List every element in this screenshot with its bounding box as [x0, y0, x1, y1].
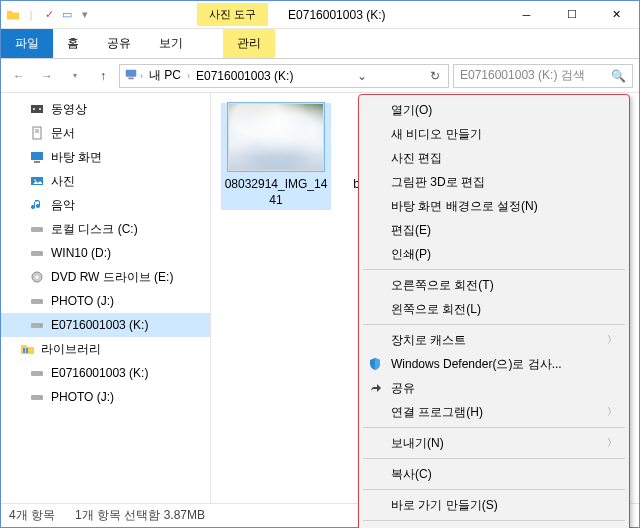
tree-item-label: E0716001003 (K:)	[51, 366, 148, 380]
doc-icon	[29, 125, 45, 141]
menu-item[interactable]: 보내기(N)〉	[361, 431, 627, 455]
menu-item[interactable]: 새 비디오 만들기	[361, 122, 627, 146]
window-title: E0716001003 (K:)	[288, 8, 385, 22]
menu-item[interactable]: 오른쪽으로 회전(T)	[361, 273, 627, 297]
maximize-button[interactable]: ☐	[549, 1, 594, 29]
address-bar: ← → ▾ ↑ › 내 PC › E0716001003 (K:) ⌄ ↻ E0…	[1, 59, 639, 93]
tab-view[interactable]: 보기	[145, 29, 197, 58]
menu-item-label: Windows Defender(으)로 검사...	[391, 356, 562, 373]
tree-item[interactable]: DVD RW 드라이브 (E:)	[1, 265, 210, 289]
menu-item[interactable]: 왼쪽으로 회전(L)	[361, 297, 627, 321]
refresh-icon[interactable]: ↻	[426, 69, 444, 83]
tree-item[interactable]: 문서	[1, 121, 210, 145]
menu-item[interactable]: 복사(C)	[361, 462, 627, 486]
tree-item[interactable]: PHOTO (J:)	[1, 385, 210, 409]
path-dropdown-icon[interactable]: ⌄	[353, 69, 371, 83]
svg-point-21	[40, 325, 42, 327]
search-icon[interactable]: 🔍	[611, 69, 626, 83]
chevron-right-icon: 〉	[607, 333, 617, 347]
tree-item-label: E0716001003 (K:)	[51, 318, 148, 332]
search-input[interactable]: E0716001003 (K:) 검색 🔍	[453, 64, 633, 88]
menu-item[interactable]: 편집(E)	[361, 218, 627, 242]
svg-point-3	[33, 108, 35, 110]
menu-item[interactable]: 열기(O)	[361, 98, 627, 122]
svg-point-27	[40, 397, 42, 399]
menu-item[interactable]: 바로 가기 만들기(S)	[361, 493, 627, 517]
shield-icon	[367, 356, 383, 372]
tree-item[interactable]: 동영상	[1, 97, 210, 121]
context-menu[interactable]: 열기(O)새 비디오 만들기사진 편집그림판 3D로 편집바탕 화면 배경으로 …	[358, 94, 630, 528]
minimize-button[interactable]: ─	[504, 1, 549, 29]
menu-item[interactable]: 장치로 캐스트〉	[361, 328, 627, 352]
drive-icon	[29, 389, 45, 405]
menu-item-label: 공유	[391, 380, 415, 397]
menu-item[interactable]: 인쇄(P)	[361, 242, 627, 266]
svg-rect-9	[34, 161, 40, 163]
menu-separator	[363, 324, 625, 325]
tree-item[interactable]: WIN10 (D:)	[1, 241, 210, 265]
tree-item[interactable]: 바탕 화면	[1, 145, 210, 169]
qat-dropdown-icon[interactable]: ▾	[77, 7, 93, 23]
tree-item[interactable]: 로컬 디스크 (C:)	[1, 217, 210, 241]
chevron-right-icon: 〉	[607, 436, 617, 450]
nav-forward-button[interactable]: →	[35, 64, 59, 88]
menu-item-label: 복사(C)	[391, 466, 432, 483]
menu-item-label: 장치로 캐스트	[391, 332, 466, 349]
menu-item[interactable]: Windows Defender(으)로 검사...	[361, 352, 627, 376]
svg-rect-2	[31, 105, 43, 113]
tab-file[interactable]: 파일	[1, 29, 53, 58]
menu-item[interactable]: 공유	[361, 376, 627, 400]
tab-share[interactable]: 공유	[93, 29, 145, 58]
dvd-icon	[29, 269, 45, 285]
drive-icon	[29, 317, 45, 333]
menu-item[interactable]: 사진 편집	[361, 146, 627, 170]
tab-home[interactable]: 홈	[53, 29, 93, 58]
menu-item[interactable]: 연결 프로그램(H)〉	[361, 400, 627, 424]
tree-item[interactable]: 음악	[1, 193, 210, 217]
video-icon	[29, 101, 45, 117]
breadcrumb-current[interactable]: E0716001003 (K:)	[192, 67, 297, 85]
tree-item-label: DVD RW 드라이브 (E:)	[51, 269, 173, 286]
svg-point-19	[40, 301, 42, 303]
share-icon	[367, 380, 383, 396]
check-icon[interactable]: ✓	[41, 7, 57, 23]
tree-item[interactable]: E0716001003 (K:)	[1, 313, 210, 337]
menu-item-label: 바탕 화면 배경으로 설정(N)	[391, 198, 538, 215]
menu-item[interactable]: 바탕 화면 배경으로 설정(N)	[361, 194, 627, 218]
titlebar: | ✓ ▭ ▾ 사진 도구 E0716001003 (K:) ─ ☐ ✕	[1, 1, 639, 29]
nav-back-button[interactable]: ←	[7, 64, 31, 88]
close-button[interactable]: ✕	[594, 1, 639, 29]
nav-tree[interactable]: 동영상문서바탕 화면사진음악로컬 디스크 (C:)WIN10 (D:)DVD R…	[1, 93, 211, 503]
tree-item[interactable]: PHOTO (J:)	[1, 289, 210, 313]
drive-icon	[29, 293, 45, 309]
nav-up-button[interactable]: ↑	[91, 64, 115, 88]
tree-item[interactable]: 라이브러리	[1, 337, 210, 361]
breadcrumb-root[interactable]: 내 PC	[145, 65, 185, 86]
drive-icon	[29, 365, 45, 381]
menu-item-label: 인쇄(P)	[391, 246, 431, 263]
menu-item-label: 새 비디오 만들기	[391, 126, 482, 143]
svg-rect-1	[128, 78, 133, 80]
lib-icon	[19, 341, 35, 357]
tab-manage[interactable]: 관리	[223, 29, 275, 58]
chevron-right-icon[interactable]: ›	[140, 71, 143, 81]
tree-item[interactable]: E0716001003 (K:)	[1, 361, 210, 385]
tree-item[interactable]: 사진	[1, 169, 210, 193]
menu-item-label: 보내기(N)	[391, 435, 444, 452]
breadcrumb[interactable]: › 내 PC › E0716001003 (K:) ⌄ ↻	[119, 64, 449, 88]
menu-item-label: 사진 편집	[391, 150, 442, 167]
nav-recent-button[interactable]: ▾	[63, 64, 87, 88]
menu-item[interactable]: 속성(R)	[361, 524, 627, 528]
file-item[interactable]: 08032914_IMG_1441	[221, 103, 331, 210]
menu-separator	[363, 427, 625, 428]
tree-item-label: WIN10 (D:)	[51, 246, 111, 260]
pc-icon	[124, 67, 138, 84]
quick-access-toolbar: | ✓ ▭ ▾	[1, 7, 97, 23]
music-icon	[29, 197, 45, 213]
properties-icon[interactable]: ▭	[59, 7, 75, 23]
svg-point-4	[39, 108, 41, 110]
chevron-right-icon: 〉	[607, 405, 617, 419]
chevron-right-icon[interactable]: ›	[187, 71, 190, 81]
menu-item[interactable]: 그림판 3D로 편집	[361, 170, 627, 194]
svg-point-15	[40, 253, 42, 255]
